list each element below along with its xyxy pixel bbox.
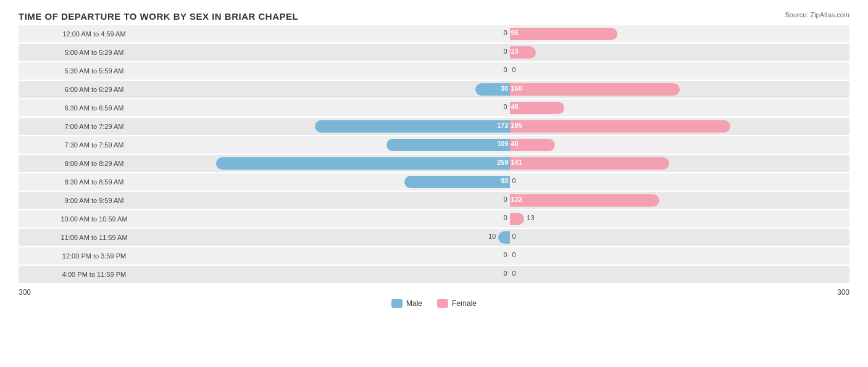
- male-value: 10: [488, 233, 496, 240]
- male-value: 0: [503, 47, 507, 55]
- female-bar: [510, 194, 659, 207]
- row-label: 6:30 AM to 6:59 AM: [19, 104, 170, 112]
- row-label: 9:00 AM to 9:59 AM: [19, 197, 170, 204]
- female-value: 0: [512, 270, 516, 277]
- legend-female: Female: [437, 299, 477, 308]
- male-value: 0: [503, 270, 507, 277]
- table-row: 10:00 AM to 10:59 AM013: [19, 210, 849, 228]
- female-swatch: [437, 299, 448, 308]
- female-bar: [510, 120, 731, 133]
- row-label: 5:30 AM to 5:59 AM: [19, 67, 170, 75]
- legend: Male Female: [19, 299, 849, 308]
- row-label: 8:30 AM to 8:59 AM: [19, 178, 170, 186]
- female-value: 48: [511, 103, 519, 110]
- male-value: 0: [503, 251, 507, 258]
- row-label: 12:00 PM to 3:59 PM: [19, 252, 170, 260]
- row-label: 4:00 PM to 11:59 PM: [19, 271, 170, 278]
- table-row: 12:00 AM to 4:59 AM095: [19, 25, 849, 43]
- chart-container: TIME OF DEPARTURE TO WORK BY SEX IN BRIA…: [0, 0, 868, 367]
- bars-wrap: 30150: [170, 82, 849, 97]
- male-value: 0: [503, 196, 507, 203]
- male-bar: [386, 139, 510, 151]
- male-value: 0: [503, 103, 507, 110]
- bars-wrap: 095: [170, 27, 849, 41]
- female-value: 23: [511, 47, 519, 55]
- bars-wrap: 023: [170, 45, 849, 60]
- female-value: 0: [512, 233, 516, 240]
- female-value: 195: [511, 122, 522, 129]
- bars-wrap: 259141: [170, 156, 849, 171]
- chart-title: TIME OF DEPARTURE TO WORK BY SEX IN BRIA…: [19, 11, 849, 22]
- female-label: Female: [452, 299, 477, 308]
- female-value: 0: [512, 251, 516, 258]
- table-row: 12:00 PM to 3:59 PM00: [19, 247, 849, 265]
- row-label: 6:00 AM to 6:29 AM: [19, 86, 170, 93]
- male-value: 0: [503, 66, 507, 73]
- bars-wrap: 172195: [170, 119, 849, 134]
- bars-wrap: 013: [170, 212, 849, 226]
- row-label: 5:00 AM to 5:29 AM: [19, 49, 170, 56]
- table-row: 6:30 AM to 6:59 AM048: [19, 99, 849, 117]
- table-row: 7:30 AM to 7:59 AM10940: [19, 136, 849, 154]
- female-value: 0: [512, 66, 516, 73]
- legend-male: Male: [391, 299, 422, 308]
- female-value: 150: [511, 85, 522, 92]
- bars-wrap: 10940: [170, 138, 849, 152]
- table-row: 7:00 AM to 7:29 AM172195: [19, 118, 849, 135]
- female-value: 141: [511, 159, 522, 166]
- bars-wrap: 00: [170, 249, 849, 263]
- row-label: 8:00 AM to 8:29 AM: [19, 160, 170, 167]
- bars-wrap: 930: [170, 175, 849, 189]
- row-label: 11:00 AM to 11:59 AM: [19, 234, 170, 241]
- female-bar: [510, 83, 680, 96]
- female-value: 0: [512, 177, 516, 184]
- female-bar: [510, 213, 525, 225]
- male-label: Male: [406, 299, 422, 308]
- table-row: 6:00 AM to 6:29 AM30150: [19, 81, 849, 98]
- axis-right: 300: [434, 288, 849, 297]
- bars-wrap: 100: [170, 230, 849, 245]
- male-bar: [216, 157, 509, 170]
- male-value: 0: [503, 214, 507, 221]
- female-value: 40: [511, 140, 519, 147]
- male-value: 30: [501, 85, 508, 92]
- female-value: 13: [527, 214, 534, 221]
- table-row: 4:00 PM to 11:59 PM00: [19, 266, 849, 283]
- male-value: 172: [497, 122, 508, 129]
- male-value: 259: [497, 159, 508, 166]
- bars-wrap: 00: [170, 64, 849, 78]
- table-row: 5:00 AM to 5:29 AM023: [19, 44, 849, 61]
- bottom-axis: 300 300: [19, 288, 849, 297]
- table-row: 11:00 AM to 11:59 AM100: [19, 229, 849, 246]
- bars-wrap: 048: [170, 101, 849, 115]
- bars-wrap: 00: [170, 267, 849, 282]
- female-bar: [510, 157, 670, 170]
- table-row: 9:00 AM to 9:59 AM0132: [19, 192, 849, 209]
- male-value: 93: [501, 177, 508, 184]
- source-label: Source: ZipAtlas.com: [785, 11, 849, 19]
- row-label: 7:30 AM to 7:59 AM: [19, 141, 170, 149]
- male-value: 0: [503, 29, 507, 36]
- table-row: 5:30 AM to 5:59 AM00: [19, 62, 849, 80]
- male-swatch: [391, 299, 403, 308]
- male-bar: [315, 120, 510, 133]
- axis-left: 300: [19, 288, 434, 297]
- bars-wrap: 0132: [170, 193, 849, 208]
- chart-area: 12:00 AM to 4:59 AM0955:00 AM to 5:29 AM…: [19, 25, 849, 283]
- row-label: 10:00 AM to 10:59 AM: [19, 215, 170, 223]
- male-bar: [404, 176, 510, 188]
- male-value: 109: [497, 140, 508, 147]
- row-label: 7:00 AM to 7:29 AM: [19, 123, 170, 130]
- male-bar: [498, 231, 509, 244]
- row-label: 12:00 AM to 4:59 AM: [19, 30, 170, 38]
- table-row: 8:30 AM to 8:59 AM930: [19, 173, 849, 191]
- female-value: 95: [511, 29, 519, 36]
- table-row: 8:00 AM to 8:29 AM259141: [19, 155, 849, 172]
- female-bar: [510, 28, 617, 40]
- female-value: 132: [511, 196, 522, 203]
